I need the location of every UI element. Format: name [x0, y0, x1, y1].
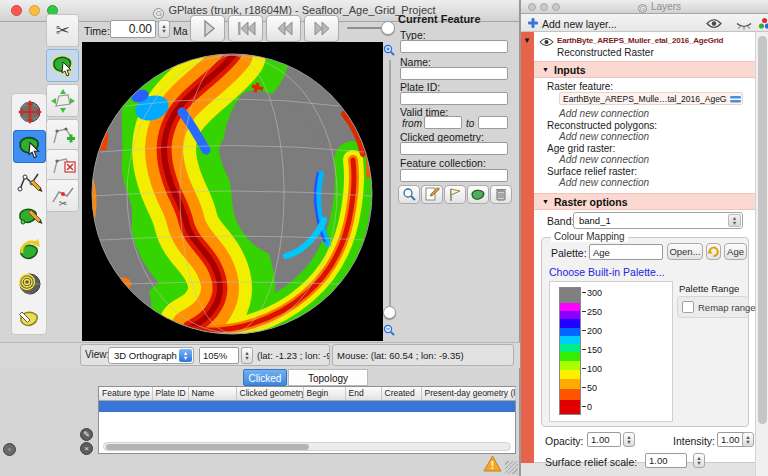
- edit-feature-button[interactable]: [421, 185, 443, 204]
- time-label: Time:: [84, 25, 110, 37]
- col-name[interactable]: Name: [188, 387, 236, 400]
- canvas-tool-choose-feature-button[interactable]: [46, 49, 79, 82]
- valid-time-from-field[interactable]: [424, 116, 462, 129]
- layer-expand-triangle[interactable]: ▼: [523, 36, 531, 45]
- link-icon[interactable]: [730, 96, 741, 103]
- col-end[interactable]: End: [345, 387, 381, 400]
- intensity-stepper[interactable]: ▲▼: [742, 432, 754, 447]
- reconstructed-polygons-add-connection[interactable]: Add new connection: [559, 131, 649, 142]
- col-begin[interactable]: Begin: [303, 387, 345, 400]
- workflow-digitisation-button[interactable]: [13, 165, 46, 198]
- show-all-layers-icon[interactable]: [706, 18, 722, 29]
- svg-text:✂: ✂: [58, 198, 66, 209]
- query-feature-button[interactable]: [398, 185, 420, 204]
- layer-type: Reconstructed Raster: [557, 47, 654, 58]
- layer-visibility-eye-icon[interactable]: [539, 37, 554, 47]
- projection-dropdown[interactable]: 3D Orthograph ▲▼: [108, 347, 194, 364]
- table-edit-round-button[interactable]: ✎: [80, 428, 93, 441]
- table-clear-round-button[interactable]: ×: [80, 442, 93, 455]
- canvas-tool-cut-feature-button[interactable]: ✂: [46, 179, 79, 212]
- tab-topology-sections[interactable]: Topology Sections: [288, 369, 368, 386]
- time-input[interactable]: [110, 20, 156, 38]
- layers-app-icon: G: [638, 4, 647, 13]
- delete-feature-button[interactable]: [490, 185, 512, 204]
- opacity-field[interactable]: [587, 432, 621, 447]
- feature-collection-field[interactable]: [400, 169, 508, 182]
- clicked-geometry-field[interactable]: [400, 142, 508, 155]
- raster-feature-add-connection[interactable]: Add new connection: [559, 108, 649, 119]
- palette-age-button[interactable]: Age: [724, 243, 747, 260]
- col-present-day-geometry[interactable]: Present-day geometry (lat ; l: [421, 387, 515, 400]
- step-forward-button[interactable]: [304, 15, 339, 42]
- inputs-collapse-triangle[interactable]: ▼: [542, 66, 549, 73]
- workflow-view-button[interactable]: [13, 95, 46, 128]
- band-dropdown[interactable]: band_1 ▲▼: [573, 212, 743, 229]
- layers-titlebar[interactable]: GLayers: [521, 0, 768, 14]
- workflow-hellinger-button[interactable]: [13, 301, 46, 334]
- zoom-level-field[interactable]: [199, 347, 239, 364]
- seek-start-button[interactable]: [228, 15, 263, 42]
- remap-range-checkbox[interactable]: [682, 301, 694, 313]
- workflow-modify-geometry-button[interactable]: [13, 199, 46, 232]
- colour-layers-icon[interactable]: [758, 17, 768, 30]
- collapse-toolbox-button[interactable]: ◦: [3, 443, 16, 456]
- col-plate-id[interactable]: Plate ID: [152, 387, 188, 400]
- resize-grip[interactable]: [505, 461, 518, 474]
- add-new-layer-label[interactable]: Add new layer...: [542, 18, 617, 30]
- layer-name[interactable]: EarthByte_AREPS_Muller_etal_2016_AgeGrid: [557, 36, 753, 45]
- choose-builtin-palette-link[interactable]: Choose Built-in Palette...: [549, 266, 665, 278]
- clicked-table[interactable]: Feature type Plate ID Name Clicked geome…: [99, 387, 516, 401]
- inputs-section-header[interactable]: ▼ Inputs: [534, 61, 755, 78]
- workflow-small-circle-button[interactable]: [13, 267, 46, 300]
- tab-clicked[interactable]: Clicked: [243, 369, 287, 386]
- warning-icon[interactable]: !: [483, 455, 502, 472]
- globe-canvas[interactable]: [82, 42, 383, 341]
- raster-options-section-header[interactable]: ▼ Raster options: [534, 193, 755, 210]
- clone-feature-button[interactable]: [467, 185, 489, 204]
- palette-field[interactable]: [589, 244, 663, 260]
- close-button[interactable]: [11, 5, 22, 16]
- step-back-button[interactable]: [266, 15, 301, 42]
- add-layer-plus-icon[interactable]: [527, 17, 539, 29]
- surface-relief-scale-field[interactable]: [645, 453, 687, 468]
- table-hscrollbar[interactable]: [103, 442, 511, 451]
- type-field[interactable]: [400, 40, 508, 53]
- play-button[interactable]: [190, 15, 225, 42]
- col-feature-type[interactable]: Feature type: [99, 387, 152, 400]
- palette-reset-button[interactable]: [706, 243, 721, 260]
- layers-zoom-button[interactable]: [552, 3, 560, 11]
- valid-time-to-field[interactable]: [478, 116, 508, 129]
- surface-relief-add-connection[interactable]: Add new connection: [559, 177, 649, 188]
- layers-vscrollbar[interactable]: [755, 32, 768, 476]
- canvas-tool-delete-vertex-button[interactable]: [46, 149, 79, 182]
- table-hscrollbar-thumb[interactable]: [106, 444, 309, 450]
- plate-id-field[interactable]: [400, 92, 508, 105]
- surface-relief-scale-stepper[interactable]: ▲▼: [693, 453, 705, 468]
- canvas-tool-insert-vertex-button[interactable]: [46, 119, 79, 152]
- age-grid-add-connection[interactable]: Add new connection: [559, 154, 649, 165]
- hide-all-layers-icon[interactable]: [736, 19, 752, 30]
- split-polyline-icon: ✂: [50, 183, 76, 209]
- flowline-button[interactable]: [444, 185, 466, 204]
- workflow-modify-pole-button[interactable]: [13, 233, 46, 266]
- selected-empty-row[interactable]: [99, 401, 515, 412]
- canvas-tool-move-vertex-button[interactable]: [46, 84, 79, 117]
- raster-options-collapse-triangle[interactable]: ▼: [542, 198, 549, 205]
- layers-vscrollbar-thumb[interactable]: [758, 36, 767, 424]
- opacity-stepper[interactable]: ▲▼: [623, 432, 635, 447]
- time-stepper[interactable]: ▲▼: [158, 20, 170, 38]
- name-field[interactable]: [400, 67, 508, 80]
- col-clicked-geometry[interactable]: Clicked geometry: [236, 387, 303, 400]
- layers-minimize-button[interactable]: [540, 3, 548, 11]
- zoom-slider-track[interactable]: [389, 60, 391, 306]
- raster-feature-connection[interactable]: EarthByte_AREPS_Mulle…tal_2016_AgeGrid.g: [559, 92, 743, 105]
- workflow-feature-inspection-button[interactable]: [13, 130, 46, 163]
- time-slider-handle[interactable]: [381, 21, 395, 35]
- zoom-level-stepper[interactable]: ▲▼: [241, 347, 253, 364]
- view-label: View:: [85, 349, 109, 360]
- col-created[interactable]: Created: [381, 387, 421, 400]
- layers-close-button[interactable]: [528, 3, 536, 11]
- canvas-tool-split-feature-button[interactable]: ✂: [46, 14, 79, 47]
- minimize-button[interactable]: [29, 5, 40, 16]
- palette-open-button[interactable]: Open...: [667, 243, 703, 260]
